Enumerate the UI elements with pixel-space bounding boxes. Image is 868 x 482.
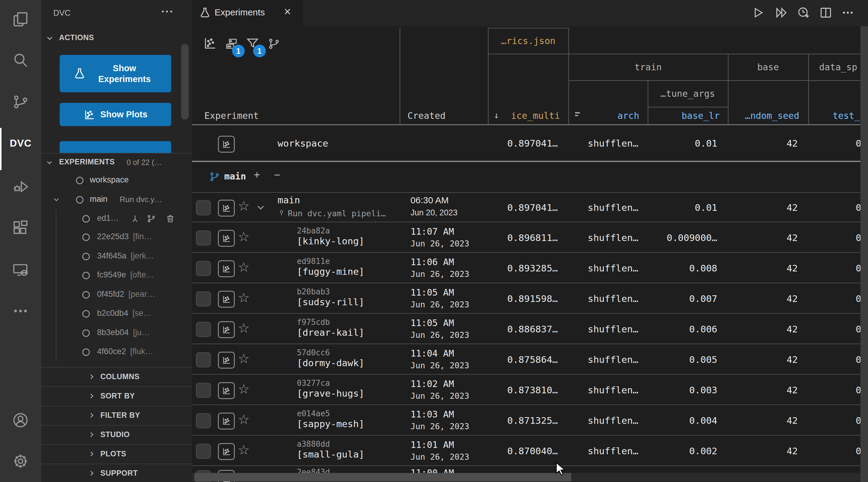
- test-column-header[interactable]: test_: [808, 107, 860, 124]
- show-experiments-button[interactable]: Show Experiments: [60, 55, 171, 92]
- row-checkbox[interactable]: [196, 383, 211, 398]
- queue-experiment-icon[interactable]: [797, 6, 810, 19]
- tree-item-experiment[interactable]: 0f45fd2[pear…: [41, 285, 192, 304]
- arch-column-header[interactable]: arch: [568, 107, 639, 124]
- show-plots-button[interactable]: Show Plots: [60, 103, 171, 126]
- star-icon[interactable]: ☆: [238, 291, 250, 304]
- table-row[interactable]: ☆ 57d0cc6 [dormy-dawk] 11:04 AM Jun 26, …: [192, 344, 868, 375]
- experiment-column-header[interactable]: Experiment: [204, 107, 259, 124]
- settings-gear-icon[interactable]: [12, 453, 29, 470]
- source-control-icon[interactable]: [12, 93, 29, 110]
- star-icon[interactable]: ☆: [238, 230, 250, 244]
- trash-icon[interactable]: [166, 214, 175, 223]
- row-checkbox[interactable]: [196, 352, 211, 367]
- tree-item-main[interactable]: main Run dvc.y…: [41, 190, 192, 209]
- row-checkbox[interactable]: [196, 261, 211, 276]
- add-branch-button[interactable]: +: [254, 169, 260, 181]
- tree-item-experiment[interactable]: 22e25d3[fin…: [41, 227, 192, 247]
- row-checkbox[interactable]: [196, 291, 211, 307]
- remote-explorer-icon[interactable]: [12, 261, 29, 278]
- sidebar-more-icon[interactable]: ···: [161, 5, 174, 18]
- row-checkbox[interactable]: [196, 322, 211, 337]
- horizontal-scrollbar-thumb[interactable]: [194, 473, 571, 481]
- star-icon[interactable]: ☆: [238, 413, 250, 426]
- tree-item-experiment[interactable]: fc9549e[ofte…: [41, 266, 192, 285]
- tree-item-experiment[interactable]: 8b3eb04[ju…: [41, 323, 192, 342]
- table-row-workspace[interactable]: workspace 0.897041… shufflen… 0.01 42 0: [192, 126, 868, 161]
- tree-item-experiment[interactable]: ed1…: [41, 209, 192, 228]
- base-group-header[interactable]: base: [728, 54, 808, 80]
- star-icon[interactable]: ☆: [238, 444, 250, 457]
- train-group-header[interactable]: train: [568, 54, 728, 80]
- table-row[interactable]: ☆ f975cdb [drear-kail] 11:05 AM Jun 26, …: [192, 313, 868, 344]
- tab-title[interactable]: Experiments: [215, 7, 265, 18]
- run-all-icon[interactable]: [775, 6, 788, 19]
- tree-item-experiment[interactable]: b2c0db4[se…: [41, 304, 192, 323]
- plot-toggle-button[interactable]: [218, 443, 235, 460]
- chevron-down-icon[interactable]: [256, 203, 266, 212]
- tree-item-experiment[interactable]: 34f645a[jerk…: [41, 247, 192, 266]
- plot-toggle-button[interactable]: [218, 200, 235, 217]
- sidebar-section-support[interactable]: SUPPORT: [41, 463, 192, 482]
- star-icon[interactable]: ☆: [238, 382, 250, 396]
- vertical-scrollbar[interactable]: [861, 26, 868, 482]
- tree-item-experiment[interactable]: 4f60ce2[fluk…: [41, 342, 192, 361]
- branch-icon[interactable]: [147, 214, 156, 223]
- run-experiment-icon[interactable]: [751, 6, 765, 19]
- plot-toggle-button[interactable]: [218, 136, 235, 152]
- row-checkbox[interactable]: [196, 230, 211, 246]
- star-icon[interactable]: ☆: [238, 261, 250, 274]
- table-row[interactable]: ☆ ed9811e [fuggy-mine] 11:06 AM Jun 26, …: [192, 252, 868, 283]
- apply-experiment-icon[interactable]: [130, 214, 140, 223]
- column-divider[interactable]: [400, 28, 400, 124]
- close-icon[interactable]: ×: [284, 5, 291, 19]
- table-row[interactable]: ☆ 24ba82a [kinky-long] 11:07 AM Jun 26, …: [192, 222, 868, 253]
- third-action-button-partial[interactable]: [60, 141, 171, 153]
- tune-args-group-header[interactable]: …tune_args: [648, 80, 728, 107]
- account-icon[interactable]: [12, 412, 29, 429]
- plot-toggle-button[interactable]: [218, 230, 235, 247]
- table-row[interactable]: ☆ 03277ca [grave-hugs] 11:02 AM Jun 26, …: [192, 374, 868, 405]
- run-debug-icon[interactable]: [12, 178, 29, 195]
- plot-toggle-button[interactable]: [218, 382, 235, 399]
- sidebar-section-columns[interactable]: COLUMNS: [41, 367, 192, 387]
- search-icon[interactable]: [12, 52, 29, 69]
- remove-branch-button[interactable]: −: [274, 169, 280, 181]
- extensions-icon[interactable]: [12, 219, 29, 236]
- sidebar-section-filter-by[interactable]: FILTER BY: [41, 406, 192, 425]
- table-row[interactable]: ☆ e014ae5 [sappy-mesh] 11:03 AM Jun 26, …: [192, 404, 868, 435]
- sidebar-scrollbar-thumb[interactable]: [181, 44, 189, 119]
- plot-toggle-button[interactable]: [218, 260, 235, 277]
- base-lr-column-header[interactable]: base_lr: [648, 107, 720, 124]
- data-split-group-header[interactable]: data_sp: [808, 54, 868, 80]
- more-actions-icon[interactable]: [12, 303, 29, 319]
- sidebar-section-plots[interactable]: PLOTS: [41, 444, 192, 463]
- star-icon[interactable]: ☆: [238, 352, 250, 365]
- plot-toggle-button[interactable]: [218, 321, 235, 338]
- explorer-icon[interactable]: [12, 11, 29, 28]
- table-row[interactable]: ☆ a3880dd [small-gula] 11:01 AM Jun 26, …: [192, 435, 868, 466]
- actions-section-label[interactable]: ACTIONS: [59, 33, 94, 42]
- chevron-down-icon[interactable]: [46, 159, 53, 166]
- sidebar-section-studio[interactable]: STUDIO: [41, 425, 192, 444]
- plots-toolbar-icon[interactable]: [203, 36, 217, 50]
- split-editor-icon[interactable]: [819, 6, 832, 19]
- plot-toggle-button[interactable]: [218, 352, 235, 369]
- row-checkbox[interactable]: [196, 444, 211, 459]
- table-row-main[interactable]: ☆ main Run dvc.yaml pipeli… 06:30 AM Jun…: [192, 192, 868, 222]
- branch-toolbar-icon[interactable]: [268, 37, 280, 50]
- experiments-section-label[interactable]: EXPERIMENTS: [59, 158, 115, 166]
- table-row[interactable]: ☆ b20bab3 [sudsy-rill] 11:05 AM Jun 26, …: [192, 283, 868, 314]
- dice-multi-column-header[interactable]: ice_multi: [488, 107, 560, 124]
- plot-toggle-button[interactable]: [218, 291, 235, 308]
- chevron-down-icon[interactable]: [53, 196, 60, 203]
- dvc-activity-icon[interactable]: DVC: [0, 138, 41, 149]
- star-icon[interactable]: ☆: [238, 199, 250, 212]
- random-seed-column-header[interactable]: …ndom_seed: [728, 107, 799, 124]
- created-column-header[interactable]: Created: [407, 107, 445, 124]
- tree-item-workspace[interactable]: workspace: [41, 171, 192, 190]
- chevron-down-icon[interactable]: [46, 34, 54, 42]
- metrics-file-group-header[interactable]: …rics.json: [488, 28, 568, 54]
- sidebar-section-sort-by[interactable]: SORT BY: [41, 387, 192, 406]
- row-checkbox[interactable]: [196, 413, 211, 428]
